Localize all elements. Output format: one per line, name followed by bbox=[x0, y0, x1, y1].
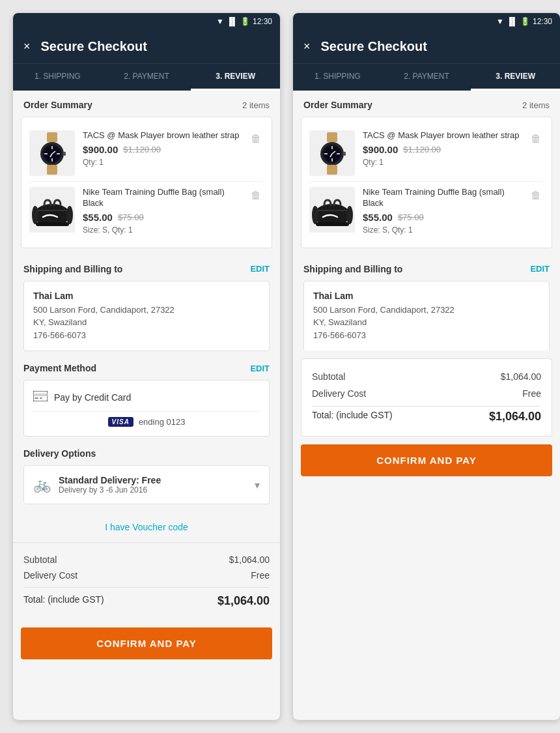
right-order-item-watch: TACS @ Mask Player brown leather strap $… bbox=[309, 125, 544, 181]
confirm-pay-button[interactable]: CONFIRM AND PAY bbox=[21, 627, 272, 659]
right-order-items-card: TACS @ Mask Player brown leather strap $… bbox=[301, 117, 552, 248]
status-icons: ▼ ▐▌ 🔋 12:30 bbox=[216, 17, 272, 26]
svg-point-15 bbox=[66, 206, 73, 224]
delivery-info: Standard Delivery: Free Delivery by 3 -6… bbox=[59, 475, 161, 495]
right-delete-bag-button[interactable]: 🗑 bbox=[528, 187, 544, 204]
chevron-down-icon: ▾ bbox=[255, 479, 260, 491]
right-app-header: × Secure Checkout bbox=[293, 30, 560, 63]
right-watch-name: TACS @ Mask Player brown leather strap bbox=[363, 130, 520, 141]
time-display: 12:30 bbox=[253, 17, 272, 26]
delivery-card[interactable]: 🚲 Standard Delivery: Free Delivery by 3 … bbox=[23, 465, 270, 504]
right-tab-shipping[interactable]: 1. SHIPPING bbox=[293, 64, 382, 91]
right-item-count: 2 items bbox=[522, 100, 550, 110]
bag-details: Nike Team Training Duffle Bag (small) Bl… bbox=[83, 187, 240, 235]
payment-card: Pay by Credit Card VISA ending 0123 bbox=[23, 380, 270, 437]
delivery-date: Delivery by 3 -6 Jun 2016 bbox=[59, 485, 161, 495]
right-delivery-cost-label: Delivery Cost bbox=[312, 388, 366, 399]
bag-meta: Size: S, Qty: 1 bbox=[83, 225, 240, 235]
watch-name: TACS @ Mask Player brown leather strap bbox=[83, 130, 240, 141]
delete-watch-button[interactable]: 🗑 bbox=[248, 130, 264, 147]
right-shipping-section: Shipping and Billing to EDIT Thai Lam 50… bbox=[293, 256, 560, 359]
svg-rect-0 bbox=[47, 132, 57, 142]
svg-rect-37 bbox=[316, 222, 349, 226]
svg-rect-20 bbox=[40, 397, 42, 399]
right-watch-details: TACS @ Mask Player brown leather strap $… bbox=[363, 130, 520, 167]
right-watch-original-price: $1,120.00 bbox=[403, 145, 441, 154]
payment-edit-button[interactable]: EDIT bbox=[250, 364, 270, 373]
right-bag-name: Nike Team Training Duffle Bag (small) Bl… bbox=[363, 187, 520, 209]
right-main-content: Order Summary 2 items bbox=[293, 91, 560, 476]
right-tab-review[interactable]: 3. REVIEW bbox=[471, 64, 560, 91]
right-address-card: Thai Lam 500 Larson Ford, Candidaport, 2… bbox=[303, 281, 550, 351]
main-content: Order Summary 2 items bbox=[13, 91, 280, 659]
credit-card-icon bbox=[33, 390, 48, 405]
order-items-card: TACS @ Mask Player brown leather strap $… bbox=[21, 117, 272, 248]
right-address-phone: 176-566-6073 bbox=[313, 329, 540, 342]
svg-rect-10 bbox=[63, 152, 66, 156]
right-total-row: Total: (include GST) $1,064.00 bbox=[312, 406, 541, 427]
bag-price: $55.00 bbox=[83, 212, 113, 223]
delivery-section: Delivery Options 🚲 Standard Delivery: Fr… bbox=[13, 444, 280, 512]
delivery-cost-value: Free bbox=[251, 570, 270, 581]
right-signal-icon: ▐▌ bbox=[507, 17, 518, 26]
right-order-item-bag: Nike Team Training Duffle Bag (small) Bl… bbox=[309, 181, 544, 240]
right-confirm-pay-button[interactable]: CONFIRM AND PAY bbox=[301, 444, 552, 476]
subtotal-row: Subtotal $1,064.00 bbox=[23, 552, 270, 568]
svg-point-14 bbox=[32, 206, 38, 224]
close-button[interactable]: × bbox=[23, 40, 31, 53]
shipping-edit-button[interactable]: EDIT bbox=[250, 264, 270, 274]
watch-image bbox=[29, 130, 75, 176]
address-line1: 500 Larson Ford, Candidaport, 27322 bbox=[33, 304, 260, 317]
total-label: Total: (include GST) bbox=[23, 594, 104, 608]
tab-review[interactable]: 3. REVIEW bbox=[191, 64, 280, 91]
payment-section: Payment Method EDIT Pay by Credit Card bbox=[13, 359, 280, 444]
bag-price-row: $55.00 $75.00 bbox=[83, 212, 240, 223]
right-wifi-icon: ▼ bbox=[496, 17, 504, 26]
right-delete-watch-button[interactable]: 🗑 bbox=[528, 130, 544, 147]
address-phone: 176-566-6073 bbox=[33, 329, 260, 342]
address-line2: KY, Swaziland bbox=[33, 316, 260, 329]
right-header-title: Secure Checkout bbox=[321, 39, 427, 54]
left-phone: ▼ ▐▌ 🔋 12:30 × Secure Checkout 1. SHIPPI… bbox=[13, 13, 280, 720]
bag-original-price: $75.00 bbox=[118, 212, 144, 222]
card-ending: ending 0123 bbox=[139, 417, 186, 427]
shipping-title: Shipping and Billing to bbox=[23, 264, 122, 274]
shipping-section: Shipping and Billing to EDIT Thai Lam 50… bbox=[13, 256, 280, 360]
right-bag-details: Nike Team Training Duffle Bag (small) Bl… bbox=[363, 187, 520, 235]
bike-icon: 🚲 bbox=[33, 476, 51, 493]
delivery-type: Standard Delivery: Free bbox=[59, 475, 161, 485]
right-bag-svg bbox=[311, 192, 354, 228]
svg-rect-32 bbox=[327, 165, 337, 175]
tab-shipping[interactable]: 1. SHIPPING bbox=[13, 64, 102, 91]
svg-rect-16 bbox=[36, 222, 69, 226]
tab-payment[interactable]: 2. PAYMENT bbox=[102, 64, 191, 91]
svg-rect-18 bbox=[33, 394, 48, 396]
order-summary-totals: Subtotal $1,064.00 Delivery Cost Free To… bbox=[13, 542, 280, 620]
svg-rect-11 bbox=[47, 165, 57, 175]
right-watch-svg bbox=[313, 132, 352, 175]
right-watch-price: $900.00 bbox=[363, 144, 398, 155]
right-total-value: $1,064.00 bbox=[489, 410, 541, 424]
battery-icon: 🔋 bbox=[240, 17, 250, 26]
right-checkout-tabs: 1. SHIPPING 2. PAYMENT 3. REVIEW bbox=[293, 63, 560, 91]
right-tab-payment[interactable]: 2. PAYMENT bbox=[382, 64, 471, 91]
order-item-bag: Nike Team Training Duffle Bag (small) Bl… bbox=[29, 181, 264, 240]
svg-point-35 bbox=[312, 206, 318, 224]
right-shipping-edit-button[interactable]: EDIT bbox=[530, 264, 550, 274]
total-value: $1,064.00 bbox=[217, 594, 270, 608]
svg-rect-21 bbox=[327, 132, 337, 142]
delete-bag-button[interactable]: 🗑 bbox=[248, 187, 264, 204]
svg-point-36 bbox=[346, 206, 353, 224]
bag-name: Nike Team Training Duffle Bag (small) Bl… bbox=[83, 187, 240, 209]
address-card: Thai Lam 500 Larson Ford, Candidaport, 2… bbox=[23, 281, 270, 352]
right-order-summary-title: Order Summary bbox=[303, 100, 372, 110]
right-status-bar: ▼ ▐▌ 🔋 12:30 bbox=[293, 13, 560, 30]
payment-label: Pay by Credit Card bbox=[54, 392, 131, 403]
svg-rect-31 bbox=[343, 152, 346, 156]
right-shipping-title: Shipping and Billing to bbox=[303, 264, 402, 274]
right-time-display: 12:30 bbox=[533, 17, 552, 26]
signal-icon: ▐▌ bbox=[227, 17, 238, 26]
right-close-button[interactable]: × bbox=[303, 40, 311, 53]
svg-rect-19 bbox=[35, 397, 38, 399]
voucher-link[interactable]: I have Voucher code bbox=[105, 522, 188, 532]
